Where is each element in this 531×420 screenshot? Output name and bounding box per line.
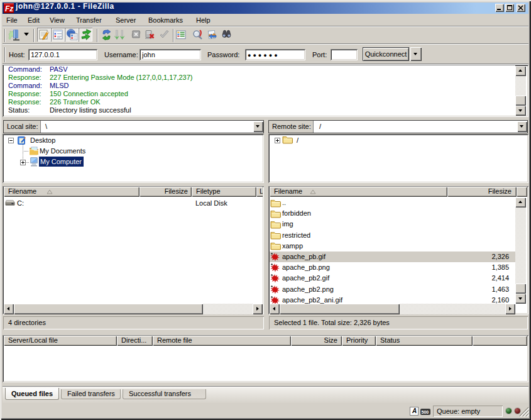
svg-text:500: 500	[422, 410, 429, 414]
svg-text:Fz: Fz	[5, 4, 13, 13]
